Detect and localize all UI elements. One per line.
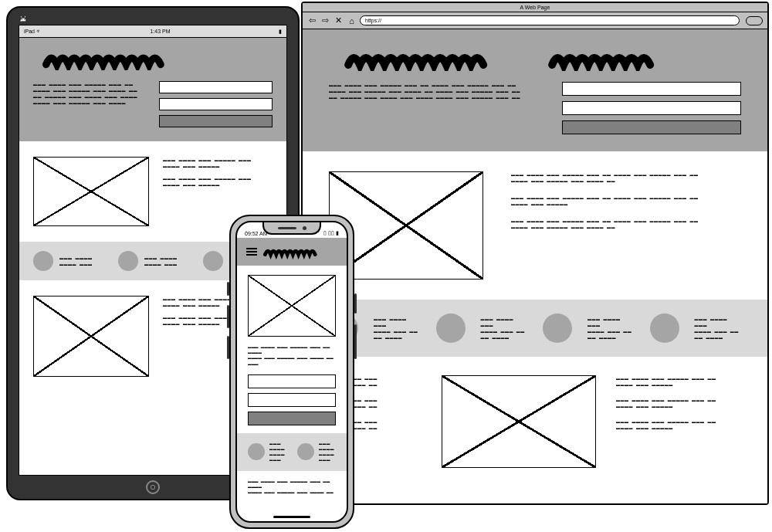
input-field-1[interactable] <box>248 374 336 388</box>
input-field-2[interactable] <box>248 393 336 407</box>
avatar-item: ▬▬▬ ▬▬▬▬▬▬▬▬ ▬▬▬ <box>248 441 286 463</box>
speaker-icon <box>278 227 296 229</box>
tablet-status-bar: iPad ᯤ 1:43 PM ▮ <box>19 25 286 38</box>
avatar-text: ▬▬▬ ▬▬▬▬▬▬▬▬ ▬▬▬ <box>319 441 336 463</box>
avatar-circle-icon <box>297 443 314 460</box>
input-field-2[interactable] <box>562 101 741 115</box>
feature-text: ▬▬▬ ▬▬▬▬ ▬▬▬ ▬▬▬▬▬ ▬▬▬ ▬▬▬▬▬▬ ▬▬▬ ▬▬▬▬▬ <box>616 397 741 409</box>
phone-app-bar <box>237 238 347 266</box>
image-placeholder <box>248 275 336 337</box>
phone-side-button[interactable] <box>354 324 357 359</box>
camera-icon <box>303 226 306 230</box>
input-field-2[interactable] <box>159 98 273 110</box>
url-bar[interactable]: https:// <box>360 15 740 25</box>
submit-button[interactable] <box>562 120 741 134</box>
avatar-text: ▬▬▬ ▬▬▬▬▬▬▬▬ ▬▬▬ <box>59 255 92 267</box>
browser-avatar-row: ▬▬▬ ▬▬▬▬ ▬▬▬▬▬▬▬ ▬▬▬ ▬▬▬▬ ▬▬▬▬ ▬▬▬ ▬▬▬▬ … <box>303 300 767 357</box>
input-field-1[interactable] <box>159 81 273 93</box>
phone-volume-up[interactable] <box>227 305 229 328</box>
feature-text-1: ▬▬▬ ▬▬▬▬ ▬▬▬ ▬▬▬▬▬ ▬▬▬▬▬▬▬ ▬▬▬ ▬▬▬▬▬ <box>163 157 273 169</box>
avatar-text: ▬▬▬ ▬▬▬▬▬▬▬▬ ▬▬▬ <box>144 255 177 267</box>
image-placeholder <box>33 157 149 226</box>
avatar-circle-icon <box>203 251 223 271</box>
avatar-item: ▬▬▬ ▬▬▬▬▬▬▬▬ ▬▬▬ <box>33 251 103 271</box>
feature-text: ▬▬▬ ▬▬▬▬ ▬▬▬ ▬▬▬▬▬ ▬▬▬ ▬▬▬▬▬▬ ▬▬▬ ▬▬▬▬▬ <box>616 418 741 431</box>
status-left: iPad ᯤ <box>24 29 42 34</box>
avatar-text: ▬▬▬ ▬▬▬▬ ▬▬▬▬▬▬▬ ▬▬▬ ▬▬▬▬ ▬▬▬▬ <box>587 316 635 341</box>
scribble-heading <box>263 244 337 259</box>
status-right: ▮ <box>279 29 282 35</box>
avatar-circle-icon <box>33 251 53 271</box>
image-placeholder <box>33 296 149 377</box>
feature-text: ▬▬▬ ▬▬▬▬ ▬▬▬ ▬▬▬▬▬ ▬▬▬ ▬▬ ▬▬▬▬ ▬▬▬ ▬▬▬▬▬… <box>511 195 741 207</box>
phone-notch <box>262 222 321 235</box>
android-icon <box>19 14 28 25</box>
avatar-item: ▬▬▬ ▬▬▬▬▬▬▬▬ ▬▬▬ <box>297 441 336 463</box>
forward-icon[interactable]: ⇨ <box>320 15 330 25</box>
feature-text: ▬▬▬ ▬▬▬▬ ▬▬▬ ▬▬▬▬▬ ▬▬▬ ▬▬ ▬▬▬▬ ▬▬▬ ▬▬▬▬▬… <box>511 218 741 230</box>
phone-login-form <box>237 367 347 433</box>
avatar-text: ▬▬▬ ▬▬▬▬ ▬▬▬▬▬▬▬ ▬▬▬ ▬▬▬▬ ▬▬▬▬ <box>374 316 421 341</box>
feature-text: ▬▬▬ ▬▬▬▬ ▬▬▬ ▬▬▬▬▬ ▬▬▬ ▬▬ ▬▬▬▬ ▬▬▬ ▬▬▬▬▬… <box>511 171 741 184</box>
input-field-1[interactable] <box>562 82 741 96</box>
phone-volume-down[interactable] <box>227 336 229 359</box>
tablet-home-button[interactable] <box>146 480 160 494</box>
browser-hero-section: ▬▬▬ ▬▬▬▬ ▬▬▬ ▬▬▬▬▬ ▬▬▬ ▬▬ ▬▬▬▬ ▬▬▬ ▬▬▬▬▬… <box>303 29 767 151</box>
toolbar-pill-button[interactable] <box>746 16 763 25</box>
avatar-item: ▬▬▬ ▬▬▬▬▬▬▬▬ ▬▬▬ <box>118 251 188 271</box>
tablet-hero-section: ▬▬▬ ▬▬▬▬ ▬▬▬ ▬▬▬▬▬ ▬▬▬ ▬▬▬▬▬▬ ▬▬▬ ▬▬▬▬▬ … <box>19 38 286 141</box>
home-icon[interactable]: ⌂ <box>347 15 357 25</box>
hero-placeholder-text: ▬▬▬ ▬▬▬▬ ▬▬▬ ▬▬▬▬▬ ▬▬▬ ▬▬ ▬▬▬▬ ▬▬▬ ▬▬▬▬▬… <box>329 82 534 134</box>
phone-mute-switch[interactable] <box>227 282 229 296</box>
scribble-heading <box>33 49 196 70</box>
browser-login-form <box>562 82 741 134</box>
phone-screen: 09:52 AM ▯ ▯▯ ▮ ▬▬▬ ▬▬▬▬ ▬▬▬ ▬▬▬▬▬ ▬▬▬ ▬… <box>235 221 348 523</box>
svg-point-1 <box>24 19 25 20</box>
avatar-circle-icon <box>118 251 138 271</box>
svg-point-0 <box>22 19 22 20</box>
avatar-circle-icon <box>650 313 679 343</box>
phone-avatar-row: ▬▬▬ ▬▬▬▬▬▬▬▬ ▬▬▬ ▬▬▬ ▬▬▬▬▬▬▬▬ ▬▬▬ <box>237 433 347 471</box>
browser-feature-row: ▬▬▬ ▬▬▬▬ ▬▬▬ ▬▬▬▬▬ ▬▬▬ ▬▬ ▬▬▬▬ ▬▬▬ ▬▬▬▬▬… <box>303 151 767 300</box>
feature-text: ▬▬▬ ▬▬▬▬ ▬▬▬ ▬▬▬▬▬ ▬▬▬ ▬▬▬▬▬▬ ▬▬▬ ▬▬▬▬▬ <box>616 375 741 388</box>
avatar-circle-icon <box>248 443 265 460</box>
back-icon[interactable]: ⇦ <box>307 15 317 25</box>
url-text: https:// <box>365 18 381 23</box>
hero-placeholder-text: ▬▬▬ ▬▬▬▬ ▬▬▬ ▬▬▬▬▬ ▬▬▬ ▬▬▬▬▬▬ ▬▬▬ ▬▬▬▬▬ … <box>33 81 147 127</box>
avatar-circle-icon <box>436 313 466 343</box>
scribble-heading-2 <box>533 48 718 71</box>
submit-button[interactable] <box>248 412 336 425</box>
tablet-login-form <box>159 81 273 127</box>
close-icon[interactable]: ✕ <box>334 15 344 25</box>
avatar-text: ▬▬▬ ▬▬▬▬▬▬▬▬ ▬▬▬ <box>269 441 286 463</box>
browser-feature-row-2: ▬▬▬ ▬▬▬▬ ▬▬▬▬▬▬▬▬ ▬▬▬ ▬▬ ▬▬▬ ▬▬▬▬ ▬▬▬▬▬▬… <box>303 357 767 486</box>
scribble-heading-1 <box>329 48 514 71</box>
home-indicator[interactable] <box>273 516 310 518</box>
phone-side-button[interactable] <box>354 293 357 313</box>
hamburger-icon[interactable] <box>246 248 257 256</box>
avatar-text: ▬▬▬ ▬▬▬▬ ▬▬▬▬▬▬▬ ▬▬▬ ▬▬▬▬ ▬▬▬▬ <box>481 316 528 341</box>
browser-title-bar: A Web Page <box>303 3 767 12</box>
browser-viewport: ▬▬▬ ▬▬▬▬ ▬▬▬ ▬▬▬▬▬ ▬▬▬ ▬▬ ▬▬▬▬ ▬▬▬ ▬▬▬▬▬… <box>303 29 767 503</box>
submit-button[interactable] <box>159 115 273 127</box>
image-placeholder <box>442 375 596 468</box>
avatar-text: ▬▬▬ ▬▬▬▬ ▬▬▬▬▬▬▬ ▬▬▬ ▬▬▬▬ ▬▬▬▬ <box>695 316 742 341</box>
status-right: ▯ ▯▯ ▮ <box>323 230 339 236</box>
browser-window: A Web Page ⇦ ⇨ ✕ ⌂ https:// ▬▬▬ ▬▬▬▬ ▬▬▬… <box>301 2 769 505</box>
body-text: ▬▬▬ ▬▬▬▬ ▬▬▬ ▬▬▬▬▬ ▬▬▬ ▬▬ ▬▬▬▬▬▬▬▬ ▬▬▬ ▬… <box>237 344 347 367</box>
status-center: 1:43 PM <box>150 29 170 34</box>
feature-text-2: ▬▬▬ ▬▬▬▬ ▬▬▬ ▬▬▬▬▬ ▬▬▬▬▬▬▬ ▬▬▬ ▬▬▬▬▬ <box>163 175 273 188</box>
body-text: ▬▬▬ ▬▬▬▬ ▬▬▬ ▬▬▬▬▬ ▬▬▬ ▬▬ ▬▬▬▬▬▬▬▬ ▬▬▬ ▬… <box>237 471 347 503</box>
phone-device-frame: 09:52 AM ▯ ▯▯ ▮ ▬▬▬ ▬▬▬▬ ▬▬▬ ▬▬▬▬▬ ▬▬▬ ▬… <box>229 215 354 529</box>
avatar-circle-icon <box>543 313 572 343</box>
browser-toolbar: ⇦ ⇨ ✕ ⌂ https:// <box>303 12 767 29</box>
phone-content: ▬▬▬ ▬▬▬▬ ▬▬▬ ▬▬▬▬▬ ▬▬▬ ▬▬ ▬▬▬▬▬▬▬▬ ▬▬▬ ▬… <box>237 266 347 521</box>
